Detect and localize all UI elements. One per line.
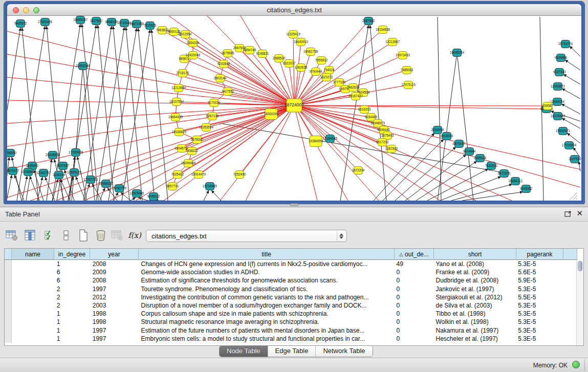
checklist-icon[interactable]	[42, 228, 57, 243]
cell-in_degree[interactable]: 6	[54, 269, 90, 276]
graph-node[interactable]: 2935114	[474, 155, 487, 162]
cell-pagerank[interactable]: 5.3E-5	[515, 286, 562, 293]
table-row[interactable]: 11998Corpus callosum shape and size in m…	[5, 310, 576, 318]
cell-out_de...[interactable]: 0	[394, 277, 433, 284]
graph-node[interactable]: 8918924	[441, 133, 453, 140]
column-header-filler[interactable]	[563, 249, 577, 260]
graph-node[interactable]: 17975115	[401, 81, 416, 89]
trash-icon[interactable]	[93, 228, 108, 243]
graph-node[interactable]: 9170034	[208, 99, 221, 107]
cell-year[interactable]: 1998	[90, 310, 139, 317]
cell-in_degree[interactable]: 2	[54, 294, 90, 301]
graph-node[interactable]: 9405572	[14, 20, 27, 28]
table-settings-icon[interactable]	[4, 228, 19, 243]
cell-title[interactable]: Changes of HCN gene expression and I(f) …	[139, 260, 394, 268]
cell-short[interactable]: Yano et al. (2008)	[433, 260, 515, 268]
cell-pagerank[interactable]: 5.3E-5	[515, 318, 562, 325]
cell-title[interactable]: Embryonic stem cells: a model to study s…	[139, 335, 394, 342]
cell-year[interactable]: 1997	[90, 286, 139, 293]
table-row[interactable]: 22003Disruption of a novel member of a s…	[5, 301, 576, 310]
graph-node[interactable]: 18107554	[169, 98, 184, 106]
cell-short[interactable]: Dudbridge et al. (2008)	[433, 277, 515, 284]
memory-ok-light-icon[interactable]	[572, 361, 580, 368]
table-row[interactable]: 62008Estimation of significance threshol…	[5, 276, 576, 285]
cell-pagerank[interactable]: 5.3E-5	[515, 335, 562, 342]
graph-node[interactable]: 2718176	[177, 70, 189, 77]
graph-node[interactable]: 1672204	[352, 167, 365, 174]
table-row[interactable]: 11998Structural magnetic resonance image…	[5, 318, 576, 326]
cell-in_degree[interactable]: 1	[54, 327, 90, 334]
close-panel-icon[interactable]: ✕	[576, 209, 583, 218]
cell-short[interactable]: de Silva et al. (2003)	[433, 302, 515, 309]
cell-year[interactable]: 1998	[90, 318, 139, 325]
column-header-pagerank[interactable]: pagerank	[516, 249, 563, 260]
graph-node[interactable]: 2087682	[362, 17, 375, 25]
table-row[interactable]: 22012Investigating the contribution of c…	[5, 293, 576, 301]
graph-node[interactable]: 9245052	[520, 185, 533, 193]
graph-node[interactable]: 15716485	[203, 183, 217, 190]
graph-node[interactable]: 11325419	[286, 31, 300, 38]
network-canvas[interactable]: 9405572276914061065528715276028466160107…	[7, 16, 581, 201]
cell-title[interactable]: Genome-wide association studies in ADHD.	[139, 269, 394, 276]
graph-node[interactable]: 16958107	[99, 180, 114, 188]
graph-node[interactable]: 1498222	[186, 147, 199, 155]
graph-node[interactable]: 8267130	[206, 113, 219, 120]
cell-corner[interactable]	[5, 326, 12, 335]
graph-node[interactable]: 12213967	[385, 38, 400, 46]
cell-short[interactable]: Jankovic et al. (1997)	[433, 286, 515, 293]
graph-node[interactable]: 2140954	[431, 126, 444, 134]
column-header-year[interactable]: year	[90, 249, 139, 260]
graph-node[interactable]: 1145194	[53, 171, 66, 179]
cell-pagerank[interactable]: 5.3E-5	[515, 327, 562, 334]
graph-node[interactable]: 18300295	[264, 109, 279, 120]
column-header-name[interactable]: name	[12, 249, 54, 260]
graph-node[interactable]: 12213589	[171, 84, 186, 92]
function-builder-icon[interactable]: f(x)	[127, 228, 142, 243]
cell-in_degree[interactable]: 6	[54, 277, 90, 284]
cell-out_de...[interactable]: 0	[394, 310, 433, 317]
cell-out_de...[interactable]: 0	[394, 335, 433, 342]
tab-edge-table[interactable]: Edge Table	[268, 346, 316, 357]
graph-node[interactable]: 7485063	[401, 67, 413, 74]
cell-pagerank[interactable]: 5.3E-5	[515, 310, 562, 317]
column-header-corner[interactable]	[5, 249, 12, 260]
cell-in_degree[interactable]: 1	[54, 260, 90, 268]
cell-title[interactable]: Tourette syndrome. Phenomenology and cla…	[139, 286, 394, 293]
graph-node[interactable]: 16914479	[191, 171, 206, 179]
cell-year[interactable]: 2008	[90, 277, 139, 284]
graph-node[interactable]: 9474444	[463, 148, 476, 156]
graph-node[interactable]: 3915977	[7, 167, 19, 175]
cell-in_degree[interactable]: 1	[54, 310, 90, 317]
graph-node[interactable]: 1362615	[295, 64, 308, 72]
cell-in_degree[interactable]: 1	[54, 335, 90, 342]
cell-title[interactable]: Disruption of a novel member of a sodium…	[139, 302, 394, 309]
cell-year[interactable]: 2003	[90, 302, 139, 309]
column-header-out_de...[interactable]: △out_de...	[395, 249, 434, 260]
table-row[interactable]: 62009Genome-wide association studies in …	[5, 268, 576, 276]
cell-out_de...[interactable]: 0	[394, 294, 433, 301]
cell-pagerank[interactable]: 5.3E-5	[515, 302, 562, 309]
cell-short[interactable]: Franke et al. (2009)	[433, 269, 515, 276]
graph-node[interactable]: 9227343	[553, 69, 566, 76]
graph-node[interactable]: 2803144	[214, 75, 227, 82]
graph-node[interactable]: 8454749	[244, 47, 256, 54]
cell-corner[interactable]	[5, 285, 12, 293]
cell-title[interactable]: Investigating the contribution of common…	[139, 294, 394, 301]
cell-title[interactable]: Estimation of the future numbers of pati…	[139, 327, 394, 334]
table-row[interactable]: 12008Changes of HCN gene expression and …	[5, 260, 576, 268]
graph-node[interactable]: 9097587	[57, 162, 70, 170]
cell-short[interactable]: Nakamura et al. (1997)	[433, 327, 515, 334]
graph-node[interactable]: 10973493	[396, 52, 410, 59]
cell-title[interactable]: Corpus callosum shape and size in male p…	[139, 310, 394, 317]
cell-in_degree[interactable]: 1	[54, 318, 90, 325]
cell-short[interactable]: Hescheler et al. (1997)	[433, 335, 515, 342]
float-panel-icon[interactable]	[564, 210, 572, 217]
row-stack-icon[interactable]	[58, 228, 74, 243]
cell-in_degree[interactable]: 2	[54, 302, 90, 309]
cell-pagerank[interactable]: 5.9E-5	[515, 277, 562, 284]
cell-out_de...[interactable]: 0	[394, 286, 433, 293]
graph-node[interactable]: 19654935	[168, 114, 183, 121]
cell-pagerank[interactable]: 5.5E-5	[515, 294, 562, 301]
graph-node[interactable]: 1527602	[90, 17, 103, 25]
cell-year[interactable]: 1997	[90, 335, 139, 342]
